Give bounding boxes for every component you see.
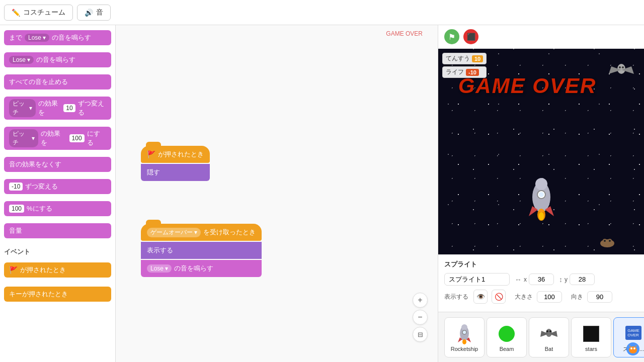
stage-area: てんすう 10 ライフ -10 GAME OVER <box>438 49 644 254</box>
svg-point-19 <box>461 324 467 330</box>
svg-point-24 <box>546 329 552 337</box>
script-group-2: ゲームオーバー ▾ を受け取ったとき 表示する Lose ▾ の音を鳴らす <box>141 224 262 277</box>
score-row: てんすう 10 <box>442 53 487 64</box>
palette-clear-effects[interactable]: 音の効果をなくす <box>4 157 111 172</box>
svg-point-6 <box>535 178 547 190</box>
visibility-label: 表示する <box>444 293 469 301</box>
sound-label: 音 <box>96 8 103 17</box>
sprite-thumb-rocketship[interactable]: Rocketship <box>444 317 485 357</box>
sound-tab[interactable]: 🔊 音 <box>77 5 111 21</box>
svg-point-0 <box>617 64 625 74</box>
zoom-out-button[interactable]: − <box>413 310 428 325</box>
svg-point-4 <box>622 66 624 68</box>
clear-effects-text: 音の効果をなくす <box>9 160 61 169</box>
lose-dropdown-1[interactable]: Lose ▾ <box>25 34 49 42</box>
svg-point-8 <box>539 192 544 197</box>
green-flag-hat-block[interactable]: 🚩 が押されたとき <box>141 146 210 163</box>
stop-button[interactable]: ⬛ <box>463 29 478 44</box>
zoom-reset-button[interactable]: ⊟ <box>413 327 428 342</box>
events-section-title: イベント <box>4 245 111 258</box>
play-lose-block[interactable]: Lose ▾ の音を鳴らす <box>141 260 262 277</box>
stage-controls: ⚑ ⬛ <box>438 25 644 49</box>
bat-sprite <box>609 59 634 83</box>
pitch-num-1: 10 <box>63 104 75 112</box>
y-value-input[interactable] <box>570 274 595 285</box>
y-axis-icon: ↕ <box>559 276 562 284</box>
palette-stop-sounds[interactable]: すべての音を止める <box>4 74 111 89</box>
pitch-num-2: 100 <box>69 134 85 142</box>
x-axis-icon: ↔ <box>515 276 522 284</box>
blocks-panel: まで Lose ▾ の音を鳴らす Lose ▾ の音を鳴らす すべての音を止める… <box>0 25 116 362</box>
green-flag-button[interactable]: ⚑ <box>444 29 459 44</box>
play-sound-suffix: の音を鳴らす <box>52 33 91 42</box>
flag-icon-palette: 🚩 <box>9 266 18 274</box>
palette-green-flag-event[interactable]: 🚩 が押されたとき <box>4 262 111 278</box>
sprite-thumb-stars[interactable]: stars <box>571 317 611 357</box>
palette-pitch-set[interactable]: ピッチ ▾ の効果を 100 にする <box>4 127 111 150</box>
size-input[interactable] <box>537 291 562 303</box>
script-canvas: GAME OVER 🚩 が押されたとき 隠す ゲームオーバー ▾ を受け取ったと… <box>116 25 438 362</box>
game-over-msg-dropdown[interactable]: ゲームオーバー ▾ <box>147 228 201 237</box>
lose-dropdown-2[interactable]: Lose ▾ <box>9 56 34 64</box>
palette-play-sound[interactable]: Lose ▾ の音を鳴らす <box>4 52 111 67</box>
lose-sound-dropdown[interactable]: Lose ▾ <box>147 264 172 273</box>
flag-icon-stage: ⚑ <box>448 32 455 42</box>
palette-key-event[interactable]: キーが押されたとき <box>4 287 111 302</box>
stop-sounds-text: すべての音を止める <box>9 77 68 86</box>
zoom-in-button[interactable]: + <box>413 293 428 308</box>
x-value-input[interactable] <box>529 274 554 285</box>
sprite-name-input[interactable] <box>444 273 510 286</box>
svg-point-12 <box>539 212 544 220</box>
bottom-creature <box>599 236 616 250</box>
costume-label: コスチューム <box>23 8 65 17</box>
message-hat-block[interactable]: ゲームオーバー ▾ を受け取ったとき <box>141 224 262 241</box>
svg-point-20 <box>462 330 466 334</box>
arrow-4: ▾ <box>32 135 35 142</box>
volume-label-text: 音量 <box>9 226 22 235</box>
palette-volume-set[interactable]: 100 %にする <box>4 201 111 216</box>
size-label: 大きさ <box>515 293 533 301</box>
palette-pitch-change[interactable]: ピッチ ▾ の効果を 10 ずつ変える <box>4 97 111 120</box>
toolbar: ✏️ コスチューム 🔊 音 <box>0 0 644 25</box>
hide-block[interactable]: 隠す <box>141 164 210 181</box>
sprite-thumb-bat[interactable]: Bat <box>529 317 569 357</box>
speaker-icon: 🔊 <box>85 9 93 17</box>
sprite-properties: スプライト ↔ x ↕ y 表示する 👁️ 🚫 大きさ <box>438 254 644 312</box>
sprite-bat-label: Bat <box>545 346 553 352</box>
svg-point-13 <box>600 239 614 247</box>
script-group-1: 🚩 が押されたとき 隠す <box>141 146 210 181</box>
hide-visibility-button[interactable]: 🚫 <box>492 290 506 304</box>
pitch-dropdown-1[interactable]: ピッチ ▾ <box>9 99 36 117</box>
until-text: まで <box>9 33 22 42</box>
play-sound-text: の音を鳴らす <box>36 55 75 64</box>
svg-point-27 <box>546 330 548 332</box>
svg-point-23 <box>462 339 466 344</box>
palette-volume-label[interactable]: 音量 <box>4 223 111 238</box>
palette-volume-change[interactable]: -10 ずつ変える <box>4 179 111 194</box>
volume-num-1: -10 <box>9 183 23 191</box>
svg-point-17 <box>609 240 611 242</box>
arrow-1: ▾ <box>43 34 46 41</box>
rocket-sprite <box>524 177 559 224</box>
svg-point-3 <box>619 66 621 68</box>
costume-tab[interactable]: ✏️ コスチューム <box>4 5 73 21</box>
arrow-3: ▾ <box>29 105 32 112</box>
palette-until-sound[interactable]: まで Lose ▾ の音を鳴らす <box>4 30 111 45</box>
sprite-rocketship-label: Rocketship <box>451 346 478 352</box>
flag-icon-block: 🚩 <box>147 150 155 158</box>
volume-num-2: 100 <box>9 205 24 213</box>
score-label: てんすう <box>446 54 470 63</box>
zoom-controls: + − ⊟ <box>413 293 428 342</box>
pitch-dropdown-2[interactable]: ピッチ ▾ <box>9 129 38 147</box>
score-value: 10 <box>472 55 483 62</box>
sprites-tray: Rocketship Beam Bat <box>438 312 644 362</box>
svg-point-32 <box>633 347 635 349</box>
show-visibility-button[interactable]: 👁️ <box>473 290 488 304</box>
pencil-icon: ✏️ <box>12 9 20 17</box>
right-panel: ⚑ ⬛ てんすう 10 ライフ -10 GAME OVER <box>438 25 644 362</box>
scratch-cat-corner <box>626 342 640 358</box>
show-block[interactable]: 表示する <box>141 242 262 259</box>
direction-input[interactable] <box>587 291 612 303</box>
svg-point-30 <box>629 346 637 353</box>
sprite-thumb-beam[interactable]: Beam <box>487 317 527 357</box>
